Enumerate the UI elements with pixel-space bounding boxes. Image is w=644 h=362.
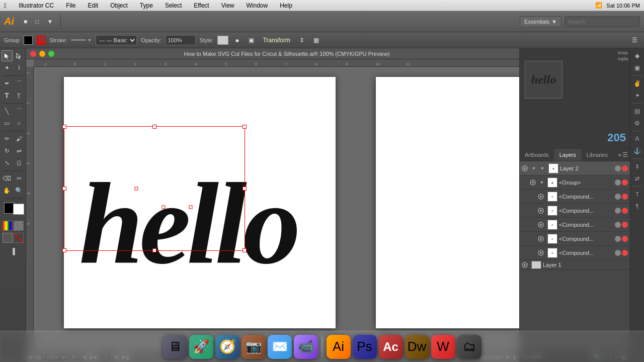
canvas-viewport[interactable]: hello: [34, 67, 519, 351]
strip-sym-icon[interactable]: ✦: [632, 90, 643, 101]
group-expand-icon[interactable]: ▼: [538, 180, 546, 185]
eraser-tool[interactable]: ⌫: [2, 173, 13, 184]
dock-word[interactable]: W: [431, 335, 455, 359]
stroke-none-swatch[interactable]: [14, 233, 24, 243]
menu-illustrator[interactable]: Illustrator CC: [17, 2, 56, 9]
strip-brush-icon[interactable]: ✌: [632, 78, 643, 89]
dock-mail[interactable]: ✉️: [268, 335, 292, 359]
compound1-circle-btn[interactable]: [615, 194, 621, 200]
dock-acrobat[interactable]: Ac: [379, 335, 403, 359]
compound3-red-btn[interactable]: [622, 222, 628, 228]
menu-object[interactable]: Object: [108, 2, 130, 9]
strip-gear-icon[interactable]: ⚙: [632, 118, 643, 129]
none-swatch[interactable]: [3, 233, 13, 243]
shear-tool[interactable]: ⌼: [14, 157, 25, 168]
selection-tool[interactable]: [2, 50, 13, 61]
compound1-red-btn[interactable]: [622, 194, 628, 200]
touch-type-tool[interactable]: T̤: [14, 90, 25, 101]
dock-safari[interactable]: 🧭: [215, 335, 239, 359]
strip-para-icon[interactable]: ¶: [632, 201, 643, 212]
dock-finder2[interactable]: 🗂: [457, 335, 481, 359]
strip-color-icon[interactable]: ◆: [632, 50, 643, 61]
layer-row-group[interactable]: ▼ g <Group>: [520, 175, 630, 190]
pathfinder-btn[interactable]: ▦: [311, 35, 321, 46]
paint-btn[interactable]: ▼: [45, 16, 56, 27]
align-distribute-btn[interactable]: ⇕: [297, 35, 307, 46]
group-circle-btn[interactable]: [615, 179, 621, 186]
magic-wand-tool[interactable]: ✦: [2, 62, 13, 73]
menu-edit[interactable]: Edit: [86, 2, 100, 9]
dock-photos[interactable]: 📷: [242, 335, 266, 359]
compound3-vis-icon[interactable]: [536, 218, 546, 232]
direct-select-tool[interactable]: [14, 50, 25, 61]
pattern-swatch[interactable]: [14, 221, 24, 231]
transform-btn[interactable]: Transform: [261, 35, 293, 46]
art-tool[interactable]: ▐: [8, 246, 19, 257]
layer-row-compound2[interactable]: c <Compound...: [520, 204, 630, 218]
essentials-btn[interactable]: Essentials ▼: [520, 16, 561, 27]
tab-layers[interactable]: Layers: [554, 149, 582, 161]
strip-transform-icon[interactable]: ⇄: [632, 173, 643, 184]
maximize-btn[interactable]: [48, 51, 54, 57]
compound2-circle-btn[interactable]: [615, 208, 621, 214]
scale-tool[interactable]: ⤡: [2, 157, 13, 168]
menu-help[interactable]: Help: [278, 2, 294, 9]
compound1-vis-icon[interactable]: [536, 190, 546, 204]
menu-type[interactable]: Type: [138, 2, 155, 9]
strip-type-icon[interactable]: A: [632, 133, 643, 144]
rotate-tool[interactable]: ↻: [2, 145, 13, 156]
dock-facetime[interactable]: 📹: [294, 335, 318, 359]
dock-launchpad[interactable]: 🚀: [189, 335, 213, 359]
strip-char-icon[interactable]: T: [632, 189, 643, 200]
style-swatch[interactable]: [217, 36, 228, 45]
pencil-tool[interactable]: ✏: [2, 133, 13, 144]
strip-link-icon[interactable]: ⚓: [632, 145, 643, 156]
panel-expand-btn[interactable]: »: [618, 151, 621, 158]
group-vis-icon[interactable]: [528, 175, 538, 190]
panel-toggle-btn[interactable]: ☰: [629, 35, 640, 46]
zoom-tool[interactable]: 🔍: [14, 185, 25, 196]
menu-select[interactable]: Select: [163, 2, 184, 9]
dock-dreamweaver[interactable]: Dw: [405, 335, 429, 359]
apple-icon[interactable]: : [4, 2, 7, 10]
dock-finder[interactable]: 🖥: [163, 335, 187, 359]
artboard-btn[interactable]: □: [33, 16, 41, 27]
compound4-red-btn[interactable]: [622, 236, 628, 242]
layer-row-layer2[interactable]: ▼ ▼ a Layer 2: [520, 161, 630, 175]
minimize-btn[interactable]: [39, 51, 45, 57]
layer-row-compound3[interactable]: c <Compound...: [520, 218, 630, 232]
menu-effect[interactable]: Effect: [192, 2, 211, 9]
partial-vis-icon[interactable]: [520, 262, 530, 268]
menu-file[interactable]: File: [64, 2, 77, 9]
fill-swatch[interactable]: [24, 36, 33, 45]
hand-tool[interactable]: ✋: [2, 185, 13, 196]
curvature-tool[interactable]: ⌒: [14, 78, 25, 89]
style-options-btn[interactable]: ●: [232, 35, 242, 46]
search-input[interactable]: [565, 16, 640, 27]
dock-illustrator[interactable]: Ai: [327, 335, 351, 359]
layer-row-compound1[interactable]: c <Compound...: [520, 190, 630, 204]
transform-mode-btn[interactable]: ■: [21, 16, 30, 27]
layer2-expand-icon[interactable]: ▼: [530, 166, 538, 171]
compound2-red-btn[interactable]: [622, 208, 628, 214]
layer-row-compound5[interactable]: c <Compound...: [520, 246, 630, 260]
ellipse-tool[interactable]: ○: [14, 118, 25, 129]
compound5-vis-icon[interactable]: [536, 246, 546, 260]
art-thumbnail[interactable]: hello: [525, 61, 562, 99]
compound4-vis-icon[interactable]: [536, 232, 546, 246]
close-btn[interactable]: [30, 51, 36, 57]
type-tool[interactable]: T: [2, 90, 13, 101]
gradient-swatch[interactable]: [3, 221, 13, 231]
arc-tool[interactable]: ⌒: [14, 106, 25, 117]
compound5-red-btn[interactable]: [622, 250, 628, 256]
layer2-vis-icon[interactable]: [520, 161, 530, 175]
compound3-circle-btn[interactable]: [615, 222, 621, 228]
paintbrush-tool[interactable]: 🖌: [14, 133, 25, 144]
scissors-tool[interactable]: ✂: [14, 173, 25, 184]
stroke-dropdown-btn[interactable]: ▼: [87, 38, 92, 43]
layer-row-partial[interactable]: Layer 1: [520, 260, 630, 270]
stroke-swatch[interactable]: [37, 36, 46, 45]
dock-photoshop[interactable]: Ps: [353, 335, 377, 359]
compound2-vis-icon[interactable]: [536, 204, 546, 218]
line-tool[interactable]: ╲: [2, 106, 13, 117]
